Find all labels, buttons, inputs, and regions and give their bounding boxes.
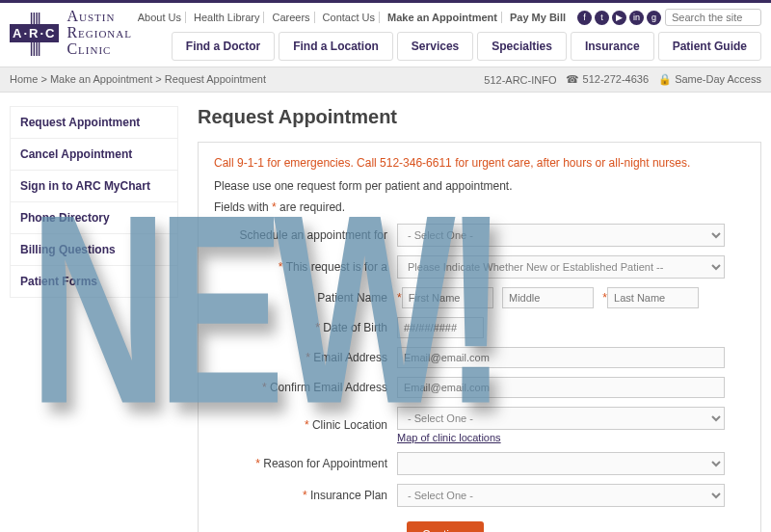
breadcrumb: Home > Make an Appointment > Request App… (10, 73, 266, 86)
page-title: Request Appointment (198, 106, 761, 128)
search-input[interactable] (665, 9, 761, 26)
required-note: Fields with * are required. (214, 200, 745, 214)
label-name: Patient Name (214, 291, 397, 305)
middle-name-input[interactable] (502, 287, 594, 308)
continue-button[interactable]: Continue (407, 521, 484, 532)
map-link[interactable]: Map of clinic locations (397, 432, 725, 443)
schedule-select[interactable]: - Select One - (397, 224, 725, 247)
nav-services[interactable]: Services (397, 32, 473, 61)
label-isfor: This request is for a (286, 260, 387, 274)
crumb-appt[interactable]: Make an Appointment (50, 73, 152, 85)
youtube-icon[interactable]: ▶ (612, 11, 626, 25)
label-reason: Reason for Appointment (263, 457, 387, 470)
twitter-icon[interactable]: t (595, 11, 609, 25)
label-cemail: Confirm Email Address (270, 381, 387, 394)
sidebar-item-cancel[interactable]: Cancel Appointment (10, 139, 178, 171)
label-dob: Date of Birth (323, 321, 387, 334)
first-name-input[interactable] (402, 287, 493, 308)
sidebar: Request Appointment Cancel Appointment S… (10, 106, 178, 532)
nav-patient-guide[interactable]: Patient Guide (658, 32, 761, 61)
crumb-home[interactable]: Home (10, 73, 38, 85)
facebook-icon[interactable]: f (577, 11, 592, 25)
last-name-input[interactable] (607, 287, 699, 308)
nav-find-location[interactable]: Find a Location (279, 32, 393, 61)
dob-input[interactable] (397, 317, 484, 338)
instructions: Please use one request form per patient … (214, 179, 745, 193)
sidebar-item-forms[interactable]: Patient Forms (10, 266, 178, 298)
label-clinic: Clinic Location (312, 418, 387, 432)
top-link-contact[interactable]: Contact Us (319, 12, 380, 23)
nav-specialties[interactable]: Specialties (477, 32, 567, 61)
crumb-current: Request Appointment (165, 73, 266, 85)
sidebar-item-billing[interactable]: Billing Questions (10, 234, 178, 266)
top-link-health[interactable]: Health Library (190, 12, 264, 23)
top-link-appointment[interactable]: Make an Appointment (384, 12, 502, 23)
nav-find-doctor[interactable]: Find a Doctor (172, 32, 275, 61)
top-link-about[interactable]: About Us (134, 12, 186, 23)
linkedin-icon[interactable]: in (629, 11, 644, 25)
reason-select[interactable] (397, 452, 725, 475)
email-input[interactable] (397, 347, 725, 368)
label-schedule: Schedule an appointment for (214, 228, 397, 242)
sidebar-item-phone[interactable]: Phone Directory (10, 202, 178, 234)
label-email: Email Address (313, 351, 387, 364)
phone-icon: ☎ 512-272-4636 (566, 73, 649, 86)
logo[interactable]: |||| A·R·C |||| Austin Regional Clinic (10, 9, 132, 57)
nav-insurance[interactable]: Insurance (571, 32, 654, 61)
clinic-select[interactable]: - Select One - (397, 407, 725, 430)
sidebar-item-mychart[interactable]: Sign in to ARC MyChart (10, 171, 178, 202)
same-day[interactable]: 🔒 Same-Day Access (658, 73, 761, 86)
label-insurance: Insurance Plan (310, 489, 387, 502)
insurance-select[interactable]: - Select One - (397, 484, 725, 507)
request-for-select[interactable]: Please Indicate Whether New or Establish… (397, 255, 725, 279)
sidebar-item-request[interactable]: Request Appointment (10, 106, 178, 139)
top-link-paybill[interactable]: Pay My Bill (506, 12, 570, 23)
emergency-note: Call 9-1-1 for emergencies. Call 512-346… (214, 156, 745, 170)
confirm-email-input[interactable] (397, 377, 725, 398)
info-line: 512-ARC-INFO (484, 74, 556, 86)
top-link-careers[interactable]: Careers (268, 12, 314, 23)
gplus-icon[interactable]: g (647, 11, 661, 25)
